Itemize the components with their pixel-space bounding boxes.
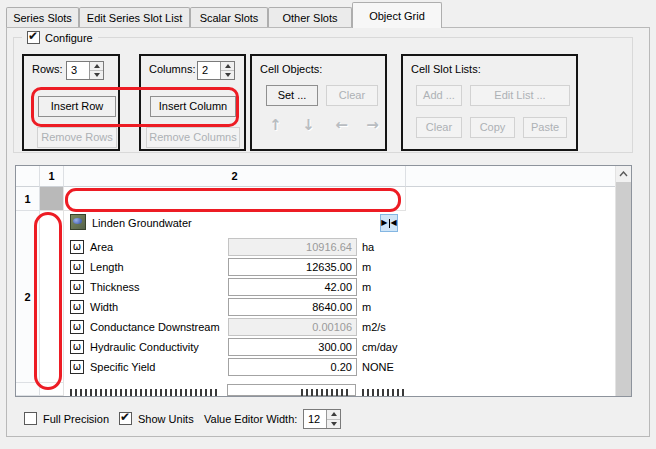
rows-spin-up[interactable] — [90, 62, 103, 70]
slot-label: Conductance Downstream — [90, 318, 220, 336]
value-editor-width-value: 12 — [304, 410, 326, 428]
omega-icon: ω — [70, 260, 84, 274]
object-cell-panel: Linden Groundwater ▶◀ ω Area 10916.64 ha… — [64, 211, 406, 383]
move-down-icon: ↓ — [298, 115, 319, 136]
slot-row-hydraulic-conductivity: ω Hydraulic Conductivity 300.00 cm/day — [64, 338, 406, 358]
slot-value-field[interactable]: 300.00 — [228, 338, 357, 356]
slot-unit: m2/s — [362, 318, 386, 336]
cell-r1c2[interactable] — [64, 187, 406, 211]
cell-objects-label: Cell Objects: — [260, 63, 322, 75]
slot-label: Width — [90, 298, 118, 316]
tab-edit-series-slot-list[interactable]: Edit Series Slot List — [79, 7, 190, 28]
show-units-checkbox[interactable] — [119, 412, 132, 425]
object-grid-table: 1 2 1 2 Linden Groundwater ▶◀ ω Area 10 — [15, 165, 632, 397]
vew-spin-up[interactable] — [327, 410, 340, 419]
row-header-3-clipped — [16, 383, 40, 396]
slot-value-field[interactable]: 8640.00 — [228, 298, 357, 316]
rows-box: Rows: 3 Insert Row Remove Rows — [22, 54, 120, 151]
slot-row-area: ω Area 10916.64 ha — [64, 238, 406, 258]
omega-icon: ω — [70, 360, 84, 374]
move-up-icon: ↑ — [265, 115, 286, 136]
cell-slot-lists-box: Cell Slot Lists: Add ... Edit List ... C… — [401, 54, 578, 151]
header-filler — [406, 166, 616, 187]
slot-label: Hydraulic Conductivity — [90, 338, 199, 356]
value-editor-width-label: Value Editor Width: — [204, 412, 297, 426]
slot-label: Area — [90, 238, 113, 256]
clipped-row-text — [70, 389, 220, 396]
object-grid-pane: Configure Rows: 3 Insert Row Remove Rows… — [6, 27, 650, 437]
omega-icon: ω — [70, 280, 84, 294]
slot-row-conductance-downstream: ω Conductance Downstream 0.00106 m2/s — [64, 318, 406, 338]
object-grid-dialog: Series Slots Edit Series Slot List Scala… — [0, 0, 656, 449]
omega-icon: ω — [70, 340, 84, 354]
slot-unit: m — [362, 258, 371, 276]
insert-row-button[interactable]: Insert Row — [38, 96, 116, 117]
rows-spinner[interactable]: 3 — [66, 61, 104, 80]
slot-value-field[interactable]: 42.00 — [228, 278, 357, 296]
slot-row-specific-yield: ω Specific Yield 0.20 NONE — [64, 358, 406, 378]
tab-object-grid[interactable]: Object Grid — [352, 2, 442, 28]
scrollbar-thumb[interactable] — [616, 182, 631, 396]
insert-column-button[interactable]: Insert Column — [150, 96, 236, 117]
cell-objects-box: Cell Objects: Set ... Clear ↑ ↓ ← → — [250, 54, 387, 151]
rows-value: 3 — [67, 62, 89, 79]
columns-spinner[interactable]: 2 — [197, 61, 235, 80]
move-right-icon: → — [362, 115, 383, 136]
omega-icon: ω — [70, 240, 84, 254]
slot-unit: m — [362, 298, 371, 316]
move-left-icon: ← — [331, 115, 352, 136]
configure-checkbox[interactable] — [27, 31, 40, 44]
full-precision-label: Full Precision — [43, 412, 109, 426]
remove-columns-button: Remove Columns — [146, 127, 240, 148]
slot-row-thickness: ω Thickness 42.00 m — [64, 278, 406, 298]
omega-icon: ω — [70, 300, 84, 314]
omega-icon: ω — [70, 320, 84, 334]
clipped-row-field — [227, 384, 356, 396]
add-button: Add ... — [416, 85, 462, 106]
rows-label: Rows: — [32, 63, 63, 75]
edit-list-button: Edit List ... — [470, 85, 570, 106]
clipped-row-unit — [362, 389, 406, 396]
tab-scalar-slots[interactable]: Scalar Slots — [190, 7, 268, 28]
slot-value-field[interactable]: 12635.00 — [228, 258, 357, 276]
slot-value-field: 10916.64 — [228, 238, 357, 256]
slot-row-length: ω Length 12635.00 m — [64, 258, 406, 278]
column-header-2[interactable]: 2 — [64, 166, 406, 187]
cell-r2c1[interactable] — [40, 211, 64, 383]
columns-spin-up[interactable] — [221, 62, 234, 70]
show-units-label: Show Units — [138, 412, 194, 426]
cell-r1c1[interactable] — [40, 187, 64, 211]
columns-value: 2 — [198, 62, 220, 79]
columns-spin-down[interactable] — [221, 70, 234, 79]
rows-spin-down[interactable] — [90, 70, 103, 79]
scroll-up-icon[interactable] — [616, 166, 631, 182]
object-name: Linden Groundwater — [92, 215, 192, 231]
slot-unit: m — [362, 278, 371, 296]
grid-corner-cell — [16, 166, 40, 187]
clear-cell-objects-button: Clear — [326, 85, 378, 106]
vew-spin-down[interactable] — [327, 419, 340, 429]
clear-slot-list-button: Clear — [416, 117, 462, 138]
grid-vertical-scrollbar[interactable] — [615, 166, 631, 396]
row-header-2[interactable]: 2 — [16, 211, 40, 383]
cell-r3c1-clipped — [40, 383, 64, 396]
configure-label: Configure — [45, 32, 93, 44]
slot-value-field[interactable]: 0.20 — [228, 358, 357, 376]
groundwater-object-icon — [70, 214, 86, 230]
columns-box: Columns: 2 Insert Column Remove Columns — [139, 54, 246, 151]
configure-caption: Configure — [22, 30, 98, 45]
set-button[interactable]: Set ... — [266, 85, 318, 106]
tab-series-slots[interactable]: Series Slots — [6, 7, 79, 28]
slot-row-width: ω Width 8640.00 m — [64, 298, 406, 318]
collapse-columns-icon[interactable]: ▶◀ — [380, 214, 398, 232]
full-precision-checkbox[interactable] — [24, 412, 37, 425]
column-header-1[interactable]: 1 — [40, 166, 64, 187]
configure-groupbox: Configure Rows: 3 Insert Row Remove Rows… — [13, 37, 633, 153]
value-editor-width-spinner[interactable]: 12 — [303, 409, 341, 429]
remove-rows-button: Remove Rows — [37, 127, 117, 148]
paste-button: Paste — [523, 117, 567, 138]
tab-other-slots[interactable]: Other Slots — [268, 7, 352, 28]
row-header-1[interactable]: 1 — [16, 187, 40, 211]
slot-label: Length — [90, 258, 124, 276]
slot-unit: cm/day — [362, 338, 397, 356]
